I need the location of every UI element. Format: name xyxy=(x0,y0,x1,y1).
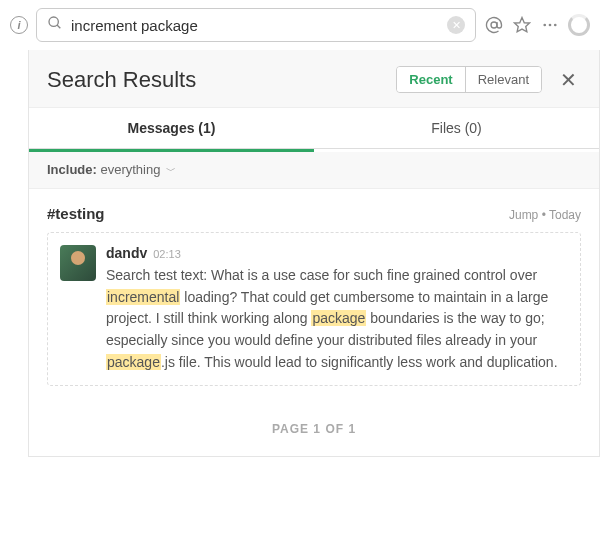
highlight: package xyxy=(106,354,161,370)
pagination: PAGE 1 OF 1 xyxy=(29,402,599,456)
search-icon xyxy=(47,15,63,35)
mentions-icon[interactable] xyxy=(484,15,504,35)
svg-point-4 xyxy=(543,24,546,27)
svg-point-0 xyxy=(49,17,58,26)
svg-point-5 xyxy=(549,24,552,27)
result-meta: Jump • Today xyxy=(509,208,581,222)
svg-line-1 xyxy=(57,25,60,28)
svg-marker-3 xyxy=(515,18,530,32)
clear-search-icon[interactable]: ✕ xyxy=(447,16,465,34)
message-time: 02:13 xyxy=(153,248,181,260)
message-username[interactable]: dandv xyxy=(106,245,147,261)
svg-point-6 xyxy=(554,24,557,27)
tab-files[interactable]: Files (0) xyxy=(314,108,599,149)
highlight: package xyxy=(311,310,366,326)
highlight: incremental xyxy=(106,289,180,305)
close-icon[interactable]: ✕ xyxy=(556,68,581,92)
more-icon[interactable] xyxy=(540,15,560,35)
svg-point-2 xyxy=(491,22,497,28)
avatar[interactable] xyxy=(60,245,96,281)
page-title: Search Results xyxy=(47,67,196,93)
sort-relevant-button[interactable]: Relevant xyxy=(465,67,541,92)
chevron-down-icon: ﹀ xyxy=(166,165,176,176)
tab-messages[interactable]: Messages (1) xyxy=(29,108,314,149)
message-card[interactable]: dandv 02:13 Search test text: What is a … xyxy=(47,232,581,386)
star-icon[interactable] xyxy=(512,15,532,35)
message-text: Search test text: What is a use case for… xyxy=(106,265,568,373)
search-box: ✕ xyxy=(36,8,476,42)
result-date: Today xyxy=(549,208,581,222)
channel-name[interactable]: #testing xyxy=(47,205,105,222)
sort-toggle: Recent Relevant xyxy=(396,66,542,93)
filter-row[interactable]: Include: everything ﹀ xyxy=(29,152,599,189)
filter-label: Include: xyxy=(47,162,97,177)
loading-spinner xyxy=(568,14,590,36)
info-icon[interactable]: i xyxy=(10,16,28,34)
search-results-panel: Search Results Recent Relevant ✕ Message… xyxy=(28,50,600,457)
search-input[interactable] xyxy=(71,17,439,34)
jump-link[interactable]: Jump xyxy=(509,208,538,222)
sort-recent-button[interactable]: Recent xyxy=(397,67,464,92)
filter-value: everything xyxy=(100,162,160,177)
